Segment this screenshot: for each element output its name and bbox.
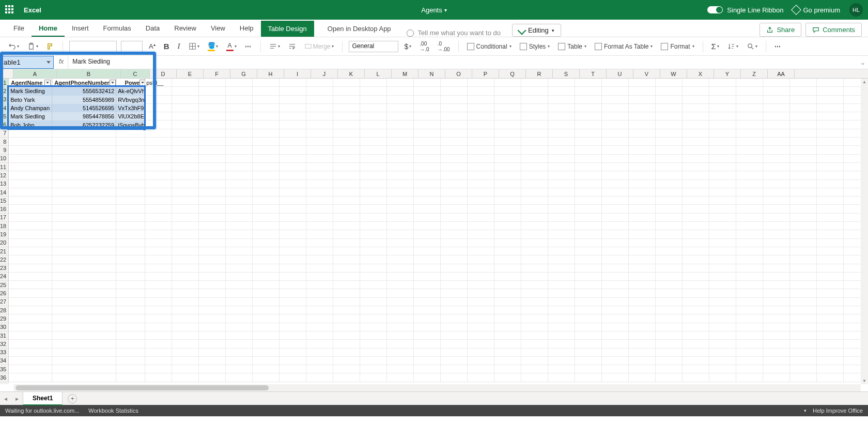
row-header-7[interactable]: 7 [0, 129, 9, 138]
cell-power[interactable]: VxTx3hF9a [116, 104, 145, 112]
filter-icon[interactable] [140, 80, 145, 86]
undo-button[interactable]: ▾ [6, 41, 21, 51]
table-row[interactable]: Mark Siedling9854478856VlUX2b8Ex [9, 112, 145, 120]
row-header-5[interactable]: 5 [0, 112, 9, 120]
tab-insert[interactable]: Insert [65, 20, 96, 37]
cell-agentname[interactable]: Beto Yark [9, 96, 52, 104]
column-header-G[interactable]: G [230, 69, 257, 78]
row-header-35[interactable]: 35 [0, 365, 9, 373]
table-button[interactable]: Table▾ [556, 42, 588, 51]
currency-button[interactable]: $▾ [402, 41, 414, 52]
row-header-27[interactable]: 27 [0, 298, 9, 306]
table-row[interactable]: Bob John6252232259iSqvosBvb [9, 120, 145, 129]
tab-home[interactable]: Home [32, 20, 65, 37]
row-header-22[interactable]: 22 [0, 255, 9, 264]
cell-phone[interactable]: 9854478856 [52, 112, 116, 120]
merge-button[interactable]: Merge▾ [302, 41, 336, 51]
cell-agentname[interactable]: Mark Siedling [9, 87, 52, 95]
column-header-M[interactable]: M [392, 69, 419, 78]
cell-power[interactable]: RVbvgq3nq [116, 96, 145, 104]
fx-icon[interactable]: fx [55, 56, 68, 69]
column-header-F[interactable]: F [204, 69, 230, 78]
cell-phone[interactable]: 5554856989 [52, 96, 116, 104]
row-header-23[interactable]: 23 [0, 264, 9, 273]
formula-bar-expand[interactable]: ⌄ [858, 56, 868, 69]
table-row[interactable]: Beto Yark5554856989RVbvgq3nq [9, 96, 145, 104]
vertical-scrollbar[interactable] [861, 79, 868, 384]
column-header-W[interactable]: W [660, 69, 687, 78]
row-header-30[interactable]: 30 [0, 323, 9, 331]
row-header-29[interactable]: 29 [0, 314, 9, 323]
format-painter-button[interactable] [44, 41, 56, 51]
column-header-N[interactable]: N [419, 69, 445, 78]
tab-review[interactable]: Review [167, 20, 204, 37]
column-header-K[interactable]: K [338, 69, 365, 78]
column-header-O[interactable]: O [445, 69, 472, 78]
column-header-B[interactable]: B [57, 69, 121, 78]
row-header-8[interactable]: 8 [0, 138, 9, 146]
grow-font-button[interactable]: A▴ [147, 41, 158, 51]
row-header-24[interactable]: 24 [0, 273, 9, 281]
tab-data[interactable]: Data [138, 20, 167, 37]
open-in-desktop-button[interactable]: Open in Desktop App [326, 21, 393, 37]
table-row[interactable]: Andy Champan5145526695VxTx3hF9a [9, 104, 145, 112]
column-header-U[interactable]: U [607, 69, 633, 78]
status-caret[interactable]: ▾ [804, 408, 807, 413]
name-box-dropdown[interactable] [47, 61, 51, 64]
user-avatar[interactable]: HL [849, 3, 863, 17]
column-header-V[interactable]: V [633, 69, 660, 78]
go-premium-button[interactable]: Go premium [793, 6, 840, 14]
sheet-nav-next[interactable]: ▸ [11, 395, 23, 402]
table-header-power[interactable]: __Powe [116, 79, 145, 86]
column-header-T[interactable]: T [580, 69, 607, 78]
cell-phone[interactable]: 6252232259 [52, 120, 116, 129]
row-header-4[interactable]: 4 [0, 104, 9, 112]
fill-handle[interactable] [143, 127, 146, 131]
tab-table-design[interactable]: Table Design [261, 21, 314, 37]
format-button[interactable]: Format▾ [659, 42, 696, 51]
filter-icon[interactable] [44, 80, 51, 86]
row-header-15[interactable]: 15 [0, 197, 9, 205]
row-header-6[interactable]: 6 [0, 120, 9, 129]
row-header-18[interactable]: 18 [0, 222, 9, 230]
column-header-E[interactable]: E [177, 69, 204, 78]
row-header-3[interactable]: 3 [0, 96, 9, 104]
row-header-36[interactable]: 36 [0, 373, 9, 382]
font-family-select[interactable] [69, 41, 117, 52]
cells-area[interactable]: AgentName AgentPhoneNumber __Powe Mark S… [9, 79, 868, 384]
row-header-31[interactable]: 31 [0, 331, 9, 340]
column-header-D[interactable]: D [150, 69, 177, 78]
row-header-21[interactable]: 21 [0, 247, 9, 255]
align-button[interactable]: ▾ [267, 41, 282, 51]
format-as-table-button[interactable]: Format As Table▾ [593, 42, 655, 51]
conditional-formatting-button[interactable]: Conditional▾ [465, 42, 514, 51]
row-header-17[interactable]: 17 [0, 214, 9, 222]
paste-button[interactable]: ▾ [25, 41, 40, 51]
fill-color-button[interactable]: 🪣▾ [206, 41, 220, 52]
cell-phone[interactable]: 5145526695 [52, 104, 116, 112]
horizontal-scrollbar[interactable] [13, 384, 861, 391]
find-button[interactable]: ▾ [745, 41, 760, 51]
row-header-10[interactable]: 10 [0, 155, 9, 163]
column-header-A[interactable]: A [13, 69, 57, 78]
cell-power[interactable]: VlUX2b8Ex [116, 112, 145, 120]
formula-bar[interactable]: Mark Siedling [68, 56, 858, 69]
row-header-11[interactable]: 11 [0, 163, 9, 171]
column-header-J[interactable]: J [311, 69, 338, 78]
styles-button[interactable]: Styles▾ [518, 42, 552, 51]
row-header-33[interactable]: 33 [0, 349, 9, 357]
table-row[interactable]: Mark Siedling5556532412Ak-eQlvVh [9, 87, 145, 95]
row-header-16[interactable]: 16 [0, 205, 9, 213]
row-header-28[interactable]: 28 [0, 306, 9, 314]
app-launcher[interactable] [5, 5, 14, 14]
tell-me-search[interactable]: Tell me what you want to do [407, 29, 501, 37]
bold-button[interactable]: B [162, 41, 172, 52]
name-box[interactable] [0, 56, 54, 69]
column-header-Q[interactable]: Q [499, 69, 526, 78]
column-header-L[interactable]: L [365, 69, 392, 78]
row-header-12[interactable]: 12 [0, 171, 9, 179]
column-header-R[interactable]: R [526, 69, 553, 78]
ribbon-overflow-button[interactable]: ⋯ [772, 42, 784, 51]
row-header-1[interactable]: 1 [0, 79, 9, 87]
column-header-AA[interactable]: AA [768, 69, 795, 78]
